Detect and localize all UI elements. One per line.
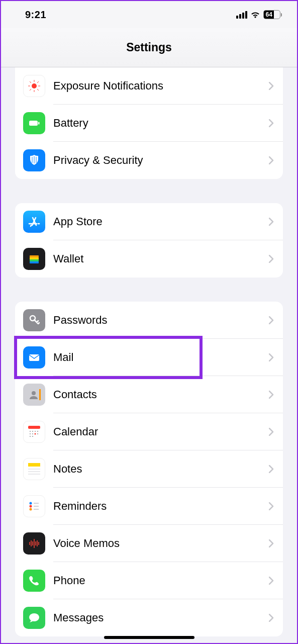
- chevron-right-icon: [269, 428, 274, 436]
- row-mail[interactable]: Mail: [15, 339, 283, 376]
- battery-icon: 64: [263, 10, 282, 19]
- status-indicators: 64: [236, 10, 282, 19]
- battery-settings-icon: [23, 112, 45, 134]
- row-label: Battery: [53, 117, 269, 130]
- settings-group: Exposure Notifications Battery Privacy &…: [15, 67, 283, 179]
- cellular-signal-icon: [236, 11, 247, 19]
- chevron-right-icon: [269, 614, 274, 622]
- voice-memos-icon: [23, 532, 45, 555]
- svg-point-25: [30, 431, 31, 432]
- notes-icon: [23, 458, 45, 480]
- passwords-icon: [23, 309, 45, 331]
- phone-icon: [23, 570, 45, 592]
- svg-rect-24: [28, 426, 40, 429]
- chevron-right-icon: [269, 577, 274, 585]
- reminders-icon: [23, 495, 45, 517]
- svg-rect-9: [29, 121, 38, 126]
- svg-rect-10: [38, 122, 40, 125]
- svg-line-8: [30, 89, 31, 90]
- svg-point-41: [30, 508, 32, 511]
- chevron-right-icon: [269, 353, 274, 361]
- svg-point-28: [37, 431, 38, 432]
- settings-group: Passwords Mail Contacts Calendar: [15, 302, 283, 636]
- chevron-right-icon: [269, 119, 274, 127]
- row-label: Reminders: [53, 500, 269, 513]
- svg-point-40: [30, 505, 32, 508]
- svg-point-29: [30, 433, 31, 434]
- row-notes[interactable]: Notes: [15, 450, 283, 488]
- settings-group: App Store Wallet: [15, 203, 283, 278]
- chevron-right-icon: [269, 255, 274, 263]
- wifi-icon: [250, 11, 260, 19]
- row-label: App Store: [53, 215, 269, 228]
- row-voice-memos[interactable]: Voice Memos: [15, 525, 283, 562]
- svg-point-0: [32, 83, 37, 88]
- row-calendar[interactable]: Calendar: [15, 413, 283, 450]
- row-passwords[interactable]: Passwords: [15, 302, 283, 339]
- row-label: Messages: [53, 611, 269, 624]
- row-contacts[interactable]: Contacts: [15, 376, 283, 413]
- chevron-right-icon: [269, 82, 274, 90]
- row-label: Calendar: [53, 425, 269, 438]
- svg-line-5: [30, 81, 31, 83]
- chevron-right-icon: [269, 465, 274, 473]
- settings-list[interactable]: Exposure Notifications Battery Privacy &…: [1, 67, 297, 643]
- contacts-icon: [23, 384, 45, 406]
- exposure-icon: [23, 75, 45, 97]
- row-label: Notes: [53, 463, 269, 476]
- row-battery[interactable]: Battery: [15, 105, 283, 142]
- svg-rect-18: [30, 259, 39, 261]
- row-wallet[interactable]: Wallet: [15, 240, 283, 278]
- svg-line-15: [31, 225, 31, 226]
- row-label: Privacy & Security: [53, 154, 269, 167]
- status-bar: 9:21 64: [1, 1, 297, 28]
- row-privacy-security[interactable]: Privacy & Security: [15, 142, 283, 179]
- home-indicator[interactable]: [104, 636, 194, 639]
- svg-rect-35: [28, 463, 40, 467]
- svg-point-26: [32, 431, 33, 432]
- row-label: Wallet: [53, 252, 269, 265]
- svg-point-39: [30, 502, 32, 505]
- svg-point-30: [32, 433, 33, 434]
- app-store-icon: [23, 211, 45, 233]
- chevron-right-icon: [269, 316, 274, 324]
- svg-rect-21: [29, 354, 39, 361]
- calendar-icon: [23, 421, 45, 443]
- svg-point-31: [37, 433, 38, 434]
- svg-point-34: [35, 433, 36, 435]
- svg-rect-19: [30, 261, 39, 263]
- chevron-right-icon: [269, 156, 274, 164]
- svg-rect-17: [30, 257, 39, 259]
- row-phone[interactable]: Phone: [15, 562, 283, 599]
- row-label: Mail: [53, 351, 269, 364]
- svg-point-33: [32, 436, 33, 437]
- messages-icon: [23, 607, 45, 629]
- chevron-right-icon: [269, 539, 274, 547]
- svg-line-6: [37, 89, 39, 90]
- wallet-icon: [23, 248, 45, 270]
- row-messages[interactable]: Messages: [15, 599, 283, 636]
- svg-point-52: [29, 613, 39, 621]
- svg-point-32: [30, 436, 31, 437]
- row-exposure-notifications[interactable]: Exposure Notifications: [15, 67, 283, 105]
- battery-level: 64: [264, 11, 280, 18]
- privacy-icon: [23, 149, 45, 171]
- row-label: Passwords: [53, 314, 269, 327]
- chevron-right-icon: [269, 218, 274, 226]
- row-label: Phone: [53, 574, 269, 587]
- svg-point-22: [32, 391, 36, 395]
- chevron-right-icon: [269, 391, 274, 399]
- svg-line-7: [37, 81, 39, 83]
- row-reminders[interactable]: Reminders: [15, 488, 283, 525]
- svg-rect-16: [30, 255, 39, 257]
- mail-icon: [23, 346, 45, 369]
- nav-header: Settings: [1, 28, 297, 67]
- svg-point-27: [35, 431, 36, 432]
- status-time: 9:21: [25, 9, 46, 21]
- chevron-right-icon: [269, 502, 274, 510]
- row-label: Voice Memos: [53, 537, 269, 550]
- row-app-store[interactable]: App Store: [15, 203, 283, 240]
- page-title: Settings: [126, 41, 172, 54]
- svg-rect-23: [39, 389, 41, 400]
- row-label: Contacts: [53, 388, 269, 401]
